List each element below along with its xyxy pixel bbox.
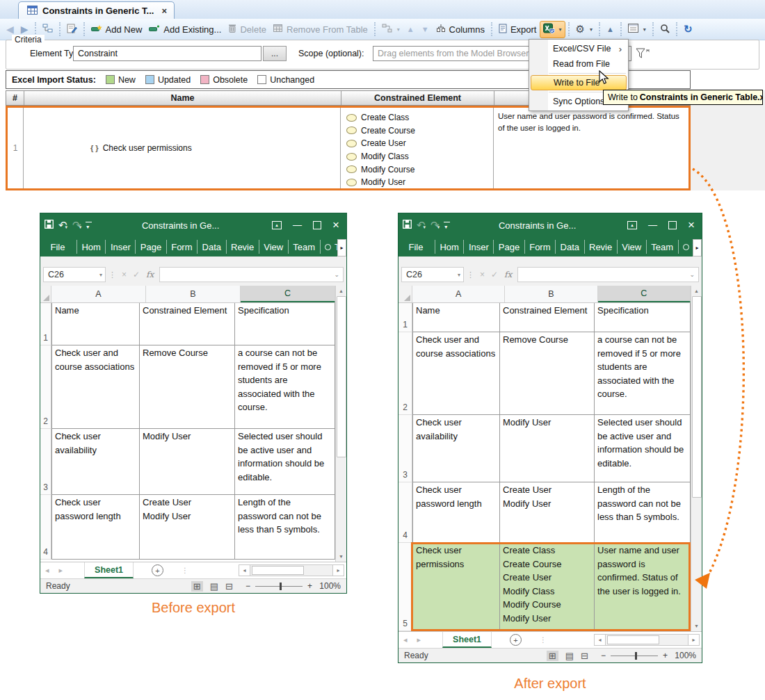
constrained-element-item[interactable]: Modify Class bbox=[346, 150, 493, 163]
ribbon-overflow-icon[interactable]: ▸ bbox=[337, 239, 346, 257]
formula-expand-icon[interactable]: ⌄ bbox=[334, 271, 339, 278]
cell-c[interactable]: a course can not be removed if 5 or more… bbox=[235, 345, 335, 429]
cell-a[interactable]: Check user password length bbox=[412, 482, 500, 543]
formula-bar[interactable]: ⌄ bbox=[517, 267, 699, 282]
customize-qat-icon[interactable]: ▾ bbox=[86, 221, 89, 230]
undo-button[interactable]: ↶▾ bbox=[417, 219, 426, 231]
column-header-number[interactable]: # bbox=[6, 91, 24, 105]
filter-button[interactable] bbox=[635, 47, 650, 63]
close-icon[interactable]: × bbox=[332, 220, 339, 230]
zoom-in-icon[interactable]: + bbox=[663, 651, 668, 660]
cell-a[interactable]: Check user password length bbox=[51, 495, 140, 560]
maximize-icon[interactable] bbox=[313, 221, 321, 229]
remove-from-table-button[interactable]: Remove From Table bbox=[270, 22, 371, 37]
ribbon-tab[interactable]: Revie bbox=[226, 240, 259, 254]
excel-title-bar[interactable]: ↶▾ ↷▾ ▾ Constraints in Ge... ▴ — × bbox=[398, 213, 702, 237]
name-box[interactable]: C26▾ bbox=[401, 267, 464, 282]
constrained-element-item[interactable]: Modify User bbox=[346, 176, 493, 188]
ribbon-tab[interactable]: Form bbox=[166, 240, 197, 254]
ribbon-tab[interactable]: Data bbox=[197, 240, 225, 254]
zoom-in-icon[interactable]: + bbox=[307, 581, 312, 591]
forward-button[interactable]: ▶ bbox=[17, 22, 32, 36]
tab-close-icon[interactable]: × bbox=[161, 6, 167, 16]
cell-c[interactable]: Length of the password can not be less t… bbox=[235, 495, 335, 560]
delete-button[interactable]: Delete bbox=[225, 22, 270, 37]
ribbon-tab[interactable]: Form bbox=[524, 240, 555, 254]
row-number[interactable]: 5 bbox=[398, 543, 412, 631]
zoom-slider-thumb[interactable] bbox=[280, 583, 282, 590]
cell-a[interactable]: Check user and course associations bbox=[412, 332, 500, 415]
constrained-element-item[interactable]: Create Class bbox=[346, 111, 493, 124]
sheet-nav-right-icon[interactable]: ▸ bbox=[54, 566, 68, 575]
ribbon-tab[interactable]: Page bbox=[493, 240, 524, 254]
tab-constraints-table[interactable]: Constraints in Generic T... × bbox=[18, 1, 175, 19]
sheet-nav-left-icon[interactable]: ◂ bbox=[40, 566, 54, 575]
cancel-icon[interactable]: × bbox=[122, 270, 127, 279]
constrained-element-item[interactable]: Create User bbox=[346, 137, 493, 150]
excel-sync-button[interactable]: ▾ bbox=[540, 21, 565, 38]
save-icon[interactable] bbox=[45, 219, 54, 231]
cell-c[interactable]: User name and user password is confirmed… bbox=[595, 543, 691, 631]
constrained-element-item[interactable]: Modify Course bbox=[346, 163, 493, 176]
column-header[interactable]: B bbox=[146, 286, 241, 302]
ribbon-tab[interactable]: Data bbox=[555, 240, 583, 254]
cell-b[interactable]: Create User Modify User bbox=[140, 495, 235, 560]
menu-item-write-to-file[interactable]: Write to File bbox=[531, 75, 627, 90]
cell-a[interactable]: Check user and course associations bbox=[51, 345, 140, 429]
zoom-level[interactable]: 100% bbox=[317, 581, 341, 591]
specification-button[interactable] bbox=[63, 22, 81, 38]
normal-view-icon[interactable]: ⊞ bbox=[547, 651, 558, 661]
zoom-out-icon[interactable]: − bbox=[601, 651, 606, 660]
cell-b[interactable]: Constrained Element bbox=[500, 303, 595, 332]
cell-b[interactable]: Create Class Create Course Create User M… bbox=[500, 543, 595, 631]
cell-c[interactable]: Specification bbox=[595, 303, 691, 332]
search-button[interactable] bbox=[657, 22, 673, 38]
scroll-left-icon[interactable]: ◂ bbox=[594, 634, 606, 646]
specification-cell[interactable]: User name and user password is confirmed… bbox=[494, 108, 688, 188]
undo-button[interactable]: ↶▾ bbox=[58, 219, 67, 231]
column-header[interactable]: A bbox=[51, 286, 146, 302]
cell-b[interactable]: Remove Course bbox=[500, 332, 595, 415]
cell-b[interactable]: Constrained Element bbox=[140, 303, 235, 345]
table-row[interactable]: 1 { }Check user permissions Create Class… bbox=[6, 106, 691, 190]
cell-c[interactable]: Specification bbox=[235, 303, 335, 345]
ribbon-tab[interactable]: Hom bbox=[76, 240, 105, 254]
horizontal-scrollbar[interactable]: ◂ ▸ bbox=[239, 564, 344, 576]
create-relation-button[interactable]: ▾ bbox=[378, 22, 403, 37]
accept-icon[interactable]: ✓ bbox=[491, 270, 498, 279]
select-all-corner[interactable] bbox=[40, 286, 51, 302]
customize-qat-icon[interactable]: ▾ bbox=[444, 221, 447, 230]
ribbon-tab[interactable]: Inser bbox=[463, 240, 493, 254]
ribbon-tab[interactable]: View bbox=[259, 240, 288, 254]
scroll-up-icon[interactable]: ▲ bbox=[339, 286, 344, 296]
scroll-left-icon[interactable]: ◂ bbox=[239, 564, 250, 576]
ribbon-display-icon[interactable]: ▴ bbox=[272, 221, 282, 229]
cell-b[interactable]: Modify User bbox=[500, 415, 595, 482]
move-up-button[interactable]: ▲ bbox=[403, 24, 418, 35]
ribbon-tab[interactable]: Revie bbox=[584, 240, 617, 254]
column-header-name[interactable]: Name bbox=[24, 91, 341, 105]
normal-view-icon[interactable]: ⊞ bbox=[191, 581, 203, 592]
save-icon[interactable] bbox=[403, 219, 412, 231]
row-number[interactable]: 3 bbox=[40, 429, 51, 495]
ribbon-tab[interactable]: View bbox=[617, 240, 646, 254]
zoom-slider[interactable] bbox=[611, 656, 658, 656]
name-box[interactable]: C26▾ bbox=[43, 267, 106, 282]
row-number[interactable]: 4 bbox=[40, 495, 51, 560]
scrollbar-thumb[interactable] bbox=[692, 296, 702, 498]
scrollbar-thumb[interactable] bbox=[607, 635, 659, 644]
scroll-down-icon[interactable]: ▼ bbox=[694, 621, 699, 631]
ribbon-tab[interactable]: File bbox=[46, 240, 70, 254]
refresh-button[interactable]: ↻ bbox=[680, 21, 696, 38]
element-type-input[interactable]: Constraint bbox=[73, 46, 261, 61]
zoom-out-icon[interactable]: − bbox=[245, 581, 250, 591]
collapse-criteria-button[interactable]: ▲ bbox=[603, 23, 618, 35]
menu-item-excel-csv-file[interactable]: Excel/CSV File› bbox=[529, 41, 628, 56]
column-header-constrained-element[interactable]: Constrained Element bbox=[341, 91, 494, 105]
zoom-slider-thumb[interactable] bbox=[635, 652, 637, 660]
sheet-nav-right-icon[interactable]: ▸ bbox=[412, 635, 426, 644]
row-number[interactable]: 2 bbox=[398, 332, 412, 415]
ribbon-display-icon[interactable]: ▴ bbox=[627, 221, 637, 229]
zoom-slider[interactable] bbox=[255, 586, 303, 587]
ribbon-tab[interactable]: File bbox=[404, 240, 428, 254]
